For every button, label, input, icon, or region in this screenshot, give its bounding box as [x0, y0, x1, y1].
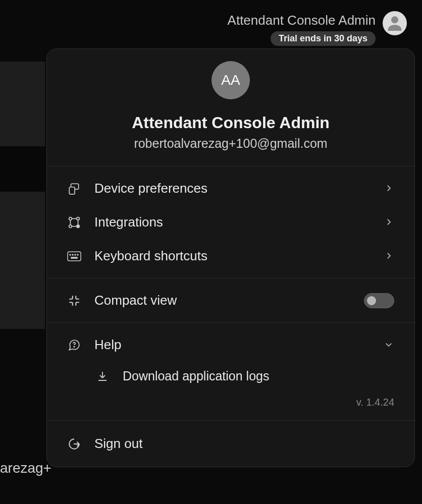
download-logs-label: Download application logs: [123, 369, 394, 383]
background-dark-row: [0, 146, 45, 192]
person-icon: [385, 13, 405, 33]
signout-section: Sign out: [47, 421, 414, 467]
chevron-down-icon: [384, 340, 394, 350]
profile-section: AA Attendant Console Admin robertoalvare…: [47, 49, 414, 166]
integrations-icon: [67, 215, 81, 230]
compact-view-label: Compact view: [94, 293, 351, 308]
svg-point-9: [72, 254, 73, 255]
svg-point-13: [74, 346, 75, 347]
avatar-initials: AA: [221, 72, 240, 88]
integrations-item[interactable]: Integrations: [47, 205, 414, 239]
profile-name: Attendant Console Admin: [132, 114, 330, 132]
svg-point-6: [77, 225, 79, 227]
help-icon: [67, 338, 81, 352]
keyboard-shortcuts-item[interactable]: Keyboard shortcuts: [47, 239, 414, 278]
compact-view-toggle[interactable]: [364, 293, 394, 308]
integrations-label: Integrations: [94, 214, 371, 230]
device-preferences-label: Device preferences: [94, 181, 371, 196]
trial-badge: Trial ends in 30 days: [271, 31, 376, 46]
svg-point-4: [77, 217, 79, 219]
svg-rect-12: [71, 257, 77, 258]
header-bar: Attendant Console Admin Trial ends in 30…: [0, 0, 422, 46]
help-item[interactable]: Help: [47, 323, 414, 362]
settings-section: Device preferences Integrations Keyboard…: [47, 166, 414, 278]
device-preferences-item[interactable]: Device preferences: [47, 166, 414, 205]
download-icon: [95, 369, 110, 383]
svg-rect-7: [68, 252, 81, 261]
user-avatar-button[interactable]: [383, 11, 407, 35]
background-panel: [0, 62, 45, 329]
svg-point-5: [69, 225, 72, 227]
svg-point-3: [69, 217, 72, 219]
svg-rect-2: [69, 187, 75, 194]
view-section: Compact view: [47, 278, 414, 323]
keyboard-shortcuts-label: Keyboard shortcuts: [94, 248, 371, 264]
header-user-name: Attendant Console Admin: [228, 13, 376, 28]
device-icon: [67, 182, 81, 196]
header-text-group: Attendant Console Admin Trial ends in 30…: [228, 13, 376, 46]
profile-avatar: AA: [212, 61, 250, 99]
svg-point-10: [75, 254, 76, 255]
svg-point-0: [391, 16, 398, 23]
help-label: Help: [94, 337, 371, 353]
chevron-right-icon: [384, 184, 394, 194]
compact-view-item[interactable]: Compact view: [47, 278, 414, 322]
version-label: v. 1.4.24: [47, 393, 414, 420]
help-section: Help Download application logs v. 1.4.24: [47, 323, 414, 421]
user-menu-popover: AA Attendant Console Admin robertoalvare…: [46, 48, 415, 467]
chevron-right-icon: [384, 217, 394, 228]
svg-point-8: [70, 254, 71, 255]
chevron-right-icon: [384, 251, 394, 261]
keyboard-icon: [67, 249, 81, 263]
sign-out-icon: [67, 437, 81, 451]
compact-view-icon: [67, 294, 81, 308]
background-truncated-text: arezag+: [0, 460, 51, 476]
download-logs-item[interactable]: Download application logs: [47, 362, 414, 393]
profile-email: robertoalvarezag+100@gmail.com: [134, 136, 327, 151]
svg-point-11: [77, 254, 78, 255]
sign-out-item[interactable]: Sign out: [47, 421, 414, 467]
sign-out-label: Sign out: [94, 436, 394, 452]
